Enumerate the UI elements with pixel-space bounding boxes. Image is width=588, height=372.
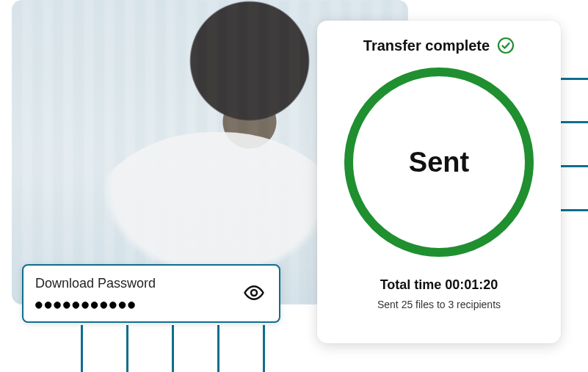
svg-point-0 xyxy=(498,38,513,53)
decor-vline xyxy=(263,325,265,372)
transfer-summary: Sent 25 files to 3 recipients xyxy=(377,299,501,310)
progress-ring: Sent xyxy=(344,68,534,257)
password-label: Download Password xyxy=(35,276,156,291)
decor-hline xyxy=(557,78,588,80)
total-time: Total time 00:01:20 xyxy=(380,277,498,293)
eye-icon xyxy=(243,282,265,306)
decor-vline xyxy=(126,325,128,372)
decor-hline xyxy=(557,165,588,167)
decor-hline xyxy=(557,209,588,211)
total-time-value: 00:01:20 xyxy=(445,277,498,292)
password-masked-value: ●●●●●●●●●●● xyxy=(35,297,156,311)
ring-status-label: Sent xyxy=(409,147,469,178)
check-circle-icon xyxy=(497,37,515,54)
total-time-label: Total time xyxy=(380,277,442,292)
toggle-password-visibility-button[interactable] xyxy=(241,280,267,307)
decor-vline xyxy=(81,325,83,372)
transfer-title-row: Transfer complete xyxy=(363,37,515,54)
transfer-complete-card: Transfer complete Sent Total time 00:01:… xyxy=(317,21,561,343)
decor-vline xyxy=(172,325,174,372)
decor-hline xyxy=(557,121,588,123)
decor-vline xyxy=(217,325,219,372)
transfer-title: Transfer complete xyxy=(363,37,490,54)
svg-point-1 xyxy=(251,290,257,296)
download-password-card: Download Password ●●●●●●●●●●● xyxy=(22,264,280,323)
